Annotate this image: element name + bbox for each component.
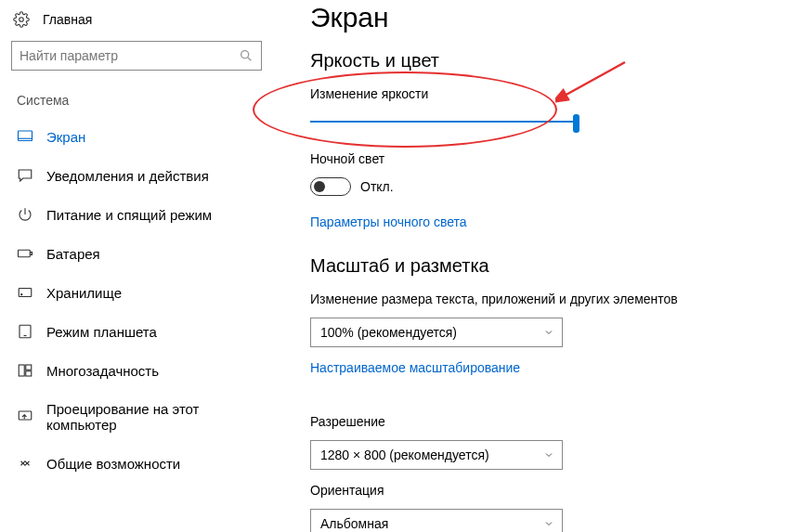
home-link[interactable]: Главная xyxy=(6,7,279,41)
tablet-icon xyxy=(17,323,33,340)
sidebar-item-display[interactable]: Экран xyxy=(6,117,279,156)
resolution-dropdown[interactable]: 1280 × 800 (рекомендуется) xyxy=(310,440,563,470)
multitask-icon xyxy=(17,362,33,379)
sidebar-item-power[interactable]: Питание и спящий режим xyxy=(6,195,279,234)
search-icon xyxy=(239,48,254,63)
orientation-dropdown[interactable]: Альбомная xyxy=(310,509,563,532)
display-icon xyxy=(17,128,33,145)
slider-track xyxy=(310,121,579,123)
svg-rect-13 xyxy=(26,371,32,376)
sidebar-item-label: Экран xyxy=(46,129,85,145)
night-light-label: Ночной свет xyxy=(310,151,788,166)
sidebar-item-label: Хранилище xyxy=(46,285,122,301)
chevron-down-icon xyxy=(543,327,554,338)
night-light-toggle[interactable] xyxy=(310,177,351,196)
section-brightness: Яркость и цвет xyxy=(310,50,788,71)
scale-value: 100% (рекомендуется) xyxy=(320,325,457,340)
main-content: Экран Яркость и цвет Изменение яркости Н… xyxy=(279,0,807,532)
night-light-settings-link[interactable]: Параметры ночного света xyxy=(310,214,467,229)
page-title: Экран xyxy=(310,2,788,33)
svg-point-0 xyxy=(20,18,24,22)
custom-scaling-link[interactable]: Настраиваемое масштабирование xyxy=(310,360,520,375)
sidebar-item-shared[interactable]: Общие возможности xyxy=(6,444,279,483)
battery-icon xyxy=(17,245,33,262)
search-input[interactable] xyxy=(20,48,224,63)
svg-line-2 xyxy=(248,58,252,61)
slider-thumb[interactable] xyxy=(573,114,579,133)
brightness-label: Изменение яркости xyxy=(310,86,788,101)
svg-rect-11 xyxy=(19,365,24,376)
scale-dropdown[interactable]: 100% (рекомендуется) xyxy=(310,318,563,347)
sidebar-item-label: Батарея xyxy=(46,246,100,262)
sidebar-group-label: Система xyxy=(6,93,279,117)
sidebar-item-label: Уведомления и действия xyxy=(46,168,209,184)
chevron-down-icon xyxy=(543,449,554,461)
sidebar-item-battery[interactable]: Батарея xyxy=(6,234,279,273)
sidebar-item-label: Питание и спящий режим xyxy=(46,207,212,223)
orientation-value: Альбомная xyxy=(320,516,388,531)
sidebar-item-label: Проецирование на этот компьютер xyxy=(46,401,269,433)
scale-label: Изменение размера текста, приложений и д… xyxy=(310,292,788,306)
svg-rect-3 xyxy=(19,131,33,141)
section-scale: Масштаб и разметка xyxy=(310,255,788,277)
chevron-down-icon xyxy=(543,518,554,529)
svg-point-1 xyxy=(241,51,249,58)
sidebar-item-label: Режим планшета xyxy=(46,324,157,340)
orientation-label: Ориентация xyxy=(310,483,788,498)
sidebar-item-label: Общие возможности xyxy=(46,456,180,472)
sidebar-item-storage[interactable]: Хранилище xyxy=(6,273,279,312)
sidebar-item-tablet[interactable]: Режим планшета xyxy=(6,312,279,351)
svg-rect-5 xyxy=(19,250,31,257)
gear-icon xyxy=(13,11,30,28)
sidebar-item-notifications[interactable]: Уведомления и действия xyxy=(6,156,279,195)
power-icon xyxy=(17,206,33,223)
svg-rect-6 xyxy=(31,253,33,255)
sidebar-item-label: Многозадачность xyxy=(46,363,159,379)
storage-icon xyxy=(17,284,33,301)
toggle-knob xyxy=(314,181,325,192)
resolution-value: 1280 × 800 (рекомендуется) xyxy=(320,448,489,462)
svg-rect-7 xyxy=(19,289,32,297)
search-input-wrap[interactable] xyxy=(11,41,262,71)
sidebar-item-projecting[interactable]: Проецирование на этот компьютер xyxy=(6,390,279,444)
annotation-oval xyxy=(253,71,557,148)
toggle-state-label: Откл. xyxy=(360,179,394,194)
svg-point-8 xyxy=(21,294,22,295)
sidebar-item-multitask[interactable]: Многозадачность xyxy=(6,351,279,390)
share-icon xyxy=(17,455,33,472)
chat-icon xyxy=(17,167,33,184)
brightness-slider[interactable] xyxy=(310,112,579,131)
home-label: Главная xyxy=(43,12,92,27)
resolution-label: Разрешение xyxy=(310,414,788,429)
sidebar: Главная Система Экран Уведомления и дейс… xyxy=(0,0,279,532)
project-icon xyxy=(17,409,33,425)
svg-rect-12 xyxy=(26,365,32,370)
